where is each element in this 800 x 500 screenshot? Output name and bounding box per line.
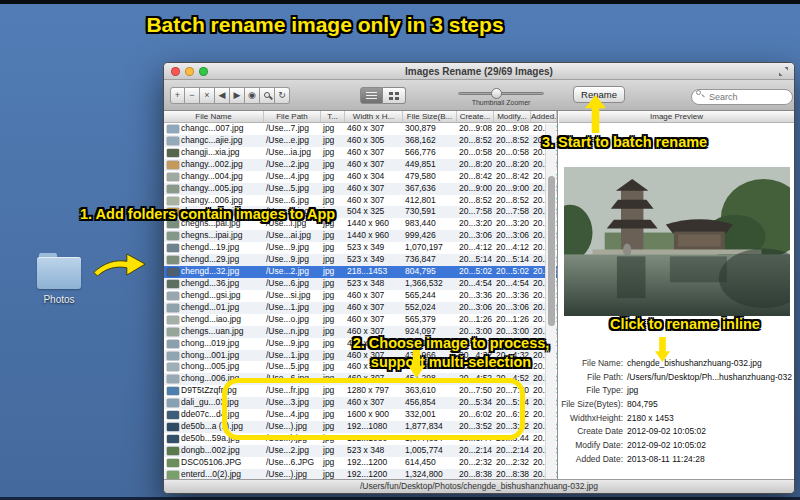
column-header[interactable]: File Path	[264, 111, 321, 122]
next-button[interactable]: ▶	[230, 87, 245, 104]
remove-button[interactable]: −	[185, 87, 200, 104]
detail-label: File Type:	[559, 384, 623, 398]
fullscreen-icon[interactable]	[779, 67, 788, 76]
column-header[interactable]: T...	[321, 111, 345, 122]
zoom-button[interactable]	[199, 67, 208, 76]
title-bar[interactable]: Images Rename (29/69 Images)	[164, 63, 794, 80]
table-cell: 552,024	[403, 302, 457, 314]
annotation-inline-hint: Click to rename inline	[610, 316, 760, 332]
file-thumbnail	[167, 387, 179, 395]
table-cell: chengs...uan.jpg	[164, 326, 264, 338]
list-view-button[interactable]	[360, 87, 383, 104]
table-row[interactable]: chengd...29.jpg/Use...9.jpgjpg523 x 3497…	[164, 254, 557, 266]
table-row[interactable]: changy...006.jpg/Use...6.jpgjpg460 x 307…	[164, 195, 557, 207]
search-input[interactable]	[691, 89, 793, 105]
table-row[interactable]: chengd...01.jpg/Use...1.jpgjpg460 x 3075…	[164, 302, 557, 314]
table-row[interactable]: changc...ajie.jpg/Use...e.jpgjpg460 x 30…	[164, 135, 557, 147]
file-thumbnail	[167, 399, 179, 407]
close-button[interactable]	[171, 67, 180, 76]
table-cell: 460 x 307	[345, 159, 403, 171]
table-cell: changc...007.jpg	[164, 123, 264, 135]
table-cell: jpg	[321, 242, 345, 254]
table-cell: 20...3:06	[457, 302, 494, 314]
file-thumbnail	[167, 280, 179, 288]
window-title: Images Rename (29/69 Images)	[164, 63, 794, 80]
magnifier-icon	[264, 92, 270, 98]
table-cell: 192...1200	[345, 469, 403, 479]
zoomer-slider-thumb[interactable]	[491, 88, 502, 99]
table-cell: chengd...iao.jpg	[164, 314, 264, 326]
table-cell: chong...001.jpg	[164, 350, 264, 362]
column-header[interactable]: Added...	[531, 111, 557, 122]
column-header[interactable]: Modify...	[494, 111, 531, 122]
column-header[interactable]: File Name	[164, 111, 264, 122]
file-thumbnail	[167, 471, 179, 479]
minimize-button[interactable]	[185, 67, 194, 76]
table-cell: 20...8:20	[494, 159, 531, 171]
table-cell: 20...8:52	[494, 135, 531, 147]
search-field[interactable]	[691, 86, 793, 102]
table-cell: chong...005.jpg	[164, 361, 264, 373]
table-cell: jpg	[321, 230, 345, 242]
table-row[interactable]: chengd...36.jpg/Use...6.jpgjpg523 x 3481…	[164, 278, 557, 290]
table-cell: /Use...9.jpg	[264, 242, 321, 254]
table-row[interactable]: DSC05106.JPG/Use...6.JPGjpg192...1200614…	[164, 457, 557, 469]
table-row[interactable]: dongb...002.jpg/Use...2.jpgjpg523 x 3481…	[164, 445, 557, 457]
column-header[interactable]: Create...	[457, 111, 494, 122]
table-cell: jpg	[321, 123, 345, 135]
folder-label: Photos	[25, 294, 93, 305]
file-thumbnail	[167, 459, 179, 467]
table-cell: 367,636	[403, 183, 457, 195]
detail-row: WidthxHeight:2180 x 1453	[559, 412, 792, 426]
table-cell: jpg	[321, 266, 345, 278]
table-row[interactable]: chengd...iao.jpg/Use...o.jpgjpg460 x 307…	[164, 314, 557, 326]
table-cell: 218...1453	[345, 266, 403, 278]
table-cell: /Use...ia.jpg	[264, 147, 321, 159]
table-row[interactable]: chengd...gsi.jpg/Use...si.jpgjpg460 x 30…	[164, 290, 557, 302]
table-row[interactable]: chengd...32.jpg/Use...2.jpgjpg218...1453…	[164, 266, 557, 278]
table-cell: 460 x 307	[345, 147, 403, 159]
detail-label: WidthxHeight:	[559, 412, 623, 426]
table-cell: jpg	[321, 147, 345, 159]
refresh-button[interactable]: ↻	[275, 87, 290, 104]
table-cell: 20...5:14	[494, 254, 531, 266]
table-row[interactable]: changji...xia.jpg/Use...ia.jpgjpg460 x 3…	[164, 147, 557, 159]
delete-button[interactable]: ×	[200, 87, 215, 104]
photos-folder-icon[interactable]	[37, 253, 81, 289]
column-header[interactable]: Width x H...	[345, 111, 403, 122]
file-thumbnail	[167, 375, 179, 383]
table-row[interactable]: changy...005.jpg/Use...5.jpgjpg460 x 307…	[164, 183, 557, 195]
table-cell: 20...3:06	[494, 302, 531, 314]
table-cell: 460 x 307	[345, 290, 403, 302]
add-button[interactable]: +	[170, 87, 185, 104]
status-bar: /Users/fun/Desktop/Photos/chengde_bishus…	[164, 479, 794, 493]
table-cell: 20...9:00	[494, 183, 531, 195]
column-header[interactable]: File Size(B...	[403, 111, 457, 122]
detail-label: File Path:	[559, 371, 623, 385]
list-icon	[366, 90, 377, 101]
table-cell: 449,851	[403, 159, 457, 171]
view-toggle	[360, 87, 406, 104]
table-cell: /Use...5.jpg	[264, 361, 321, 373]
table-cell: chengd...01.jpg	[164, 302, 264, 314]
scrollbar-thumb[interactable]	[548, 176, 555, 326]
detail-row: File Type:jpg	[559, 384, 792, 398]
previous-button[interactable]: ◀	[215, 87, 230, 104]
table-cell: 504 x 325	[345, 206, 403, 218]
table-row[interactable]: enterd...0(2).jpg/Use...).jpgjpg192...12…	[164, 469, 557, 479]
table-row[interactable]: changc...007.jpg/Use...7.jpgjpg460 x 307…	[164, 123, 557, 135]
table-cell: 20...2:14	[494, 445, 531, 457]
table-row[interactable]: changy...004.jpg/Use...4.jpgjpg460 x 304…	[164, 171, 557, 183]
detail-value[interactable]: chengde_bishushanzhuang-032.jpg	[623, 357, 792, 371]
table-row[interactable]: chengd...19.jpg/Use...9.jpgjpg523 x 3491…	[164, 242, 557, 254]
grid-view-button[interactable]	[383, 87, 406, 104]
table-row[interactable]: changy...002.jpg/Use...2.jpgjpg460 x 307…	[164, 159, 557, 171]
zoomer-slider-track[interactable]	[458, 92, 544, 95]
quicklook-eye-button[interactable]: ◉	[245, 87, 260, 104]
table-cell: 20...4:12	[457, 242, 494, 254]
search-button[interactable]	[260, 87, 275, 104]
table-row[interactable]: chegns...ipai.jpg/Use...ai.jpgjpg1440 x …	[164, 230, 557, 242]
thumbnail-zoomer: Thumbnail Zoomer	[458, 86, 544, 106]
detail-value: /Users/fun/Desktop/Ph...hushanzhuang-032…	[623, 371, 792, 385]
table-cell: /Use...4.jpg	[264, 171, 321, 183]
